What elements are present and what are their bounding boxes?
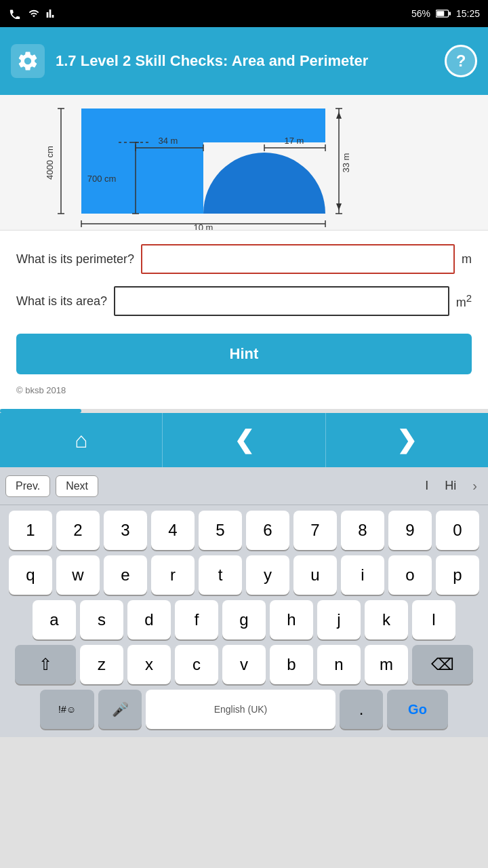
next-button[interactable]: ❯	[326, 413, 488, 467]
help-button[interactable]: ?	[445, 45, 477, 77]
home-button[interactable]: ⌂	[0, 413, 163, 467]
key-m[interactable]: m	[365, 645, 408, 684]
key-n[interactable]: n	[317, 645, 361, 684]
svg-text:10 m: 10 m	[194, 222, 214, 231]
key-x[interactable]: x	[127, 645, 171, 684]
bottom-nav: ⌂ ❮ ❯	[0, 413, 488, 467]
svg-text:34 m: 34 m	[159, 136, 178, 146]
qwerty-row: q w e r t y u i o p	[3, 555, 485, 595]
key-v[interactable]: v	[222, 645, 266, 684]
key-c[interactable]: c	[175, 645, 218, 684]
key-g[interactable]: g	[222, 600, 266, 639]
key-9[interactable]: 9	[388, 511, 432, 550]
perimeter-input[interactable]	[141, 244, 455, 274]
key-2[interactable]: 2	[56, 511, 100, 550]
key-j[interactable]: j	[317, 600, 361, 639]
gear-svg	[16, 50, 39, 73]
diagram-svg: 4000 cm 33 m 10 m 34 m 17 m	[0, 95, 488, 231]
shift-key[interactable]: ⇧	[15, 645, 76, 684]
area-input[interactable]	[114, 286, 449, 316]
perimeter-row: What is its perimeter? m	[16, 244, 472, 274]
prev-button[interactable]: ❮	[163, 413, 325, 467]
svg-text:4000 cm: 4000 cm	[45, 146, 55, 180]
svg-text:700 cm: 700 cm	[87, 174, 117, 184]
prev-icon: ❮	[234, 426, 254, 454]
suggestion-arrow[interactable]: ›	[467, 478, 483, 494]
key-h[interactable]: h	[270, 600, 313, 639]
keyboard: 1 2 3 4 5 6 7 8 9 0 q w e r t y u i o p …	[0, 505, 488, 737]
key-s[interactable]: s	[80, 600, 123, 639]
svg-rect-7	[203, 214, 325, 231]
key-8[interactable]: 8	[341, 511, 384, 550]
area-unit: m2	[456, 292, 472, 310]
svg-rect-1	[436, 11, 444, 16]
key-5[interactable]: 5	[199, 511, 242, 550]
status-bar-left	[8, 8, 406, 19]
question-area: What is its perimeter? m What is its are…	[0, 231, 488, 409]
period-key[interactable]: .	[340, 690, 383, 729]
key-6[interactable]: 6	[246, 511, 289, 550]
key-l[interactable]: l	[412, 600, 455, 639]
key-q[interactable]: q	[9, 555, 52, 595]
key-4[interactable]: 4	[151, 511, 195, 550]
status-bar: 56% 15:25	[0, 0, 488, 27]
go-key[interactable]: Go	[387, 690, 448, 729]
home-icon: ⌂	[75, 428, 87, 453]
page-title: 1.7 Level 2 Skill Checks: Area and Perim…	[56, 52, 434, 71]
key-0[interactable]: 0	[436, 511, 479, 550]
time-text: 15:25	[456, 8, 480, 19]
svg-text:17 m: 17 m	[285, 136, 304, 146]
content-area: 4000 cm 33 m 10 m 34 m 17 m	[0, 95, 488, 409]
area-label: What is its area?	[16, 294, 107, 309]
battery-text: 56%	[411, 8, 430, 19]
key-b[interactable]: b	[270, 645, 313, 684]
battery-icon	[436, 9, 451, 18]
key-r[interactable]: r	[151, 555, 195, 595]
key-y[interactable]: y	[246, 555, 289, 595]
copyright-text: © bksb 2018	[16, 385, 472, 395]
symbols-key[interactable]: !#☺	[40, 690, 94, 729]
signal-icon	[46, 8, 57, 19]
perimeter-label: What is its perimeter?	[16, 252, 134, 267]
key-o[interactable]: o	[388, 555, 432, 595]
phone-icon	[8, 8, 22, 19]
svg-rect-2	[449, 12, 451, 15]
key-i[interactable]: i	[341, 555, 384, 595]
key-1[interactable]: 1	[9, 511, 52, 550]
keyboard-toolbar: Prev. Next I Hi ›	[0, 467, 488, 505]
space-key[interactable]: English (UK)	[146, 690, 336, 729]
diagram-container: 4000 cm 33 m 10 m 34 m 17 m	[0, 95, 488, 231]
key-f[interactable]: f	[175, 600, 218, 639]
key-w[interactable]: w	[56, 555, 100, 595]
area-row: What is its area? m2	[16, 286, 472, 316]
settings-icon[interactable]	[11, 44, 45, 78]
key-3[interactable]: 3	[104, 511, 147, 550]
key-k[interactable]: k	[365, 600, 408, 639]
bottom-row: !#☺ 🎤 English (UK) . Go	[3, 690, 485, 729]
wifi-icon	[27, 8, 41, 19]
hint-button[interactable]: Hint	[16, 334, 472, 374]
help-icon: ?	[456, 52, 466, 71]
key-t[interactable]: t	[199, 555, 242, 595]
next-field-button[interactable]: Next	[56, 475, 98, 497]
prev-field-button[interactable]: Prev.	[5, 475, 50, 497]
next-icon: ❯	[396, 426, 417, 454]
suggestion-word2[interactable]: Hi	[439, 479, 462, 493]
zxcv-row: ⇧ z x c v b n m ⌫	[3, 645, 485, 684]
key-p[interactable]: p	[436, 555, 479, 595]
backspace-key[interactable]: ⌫	[412, 645, 473, 684]
key-a[interactable]: a	[33, 600, 76, 639]
key-7[interactable]: 7	[293, 511, 337, 550]
scroll-indicator	[0, 409, 488, 413]
perimeter-unit: m	[462, 252, 472, 267]
header: 1.7 Level 2 Skill Checks: Area and Perim…	[0, 27, 488, 95]
key-z[interactable]: z	[80, 645, 123, 684]
key-u[interactable]: u	[293, 555, 337, 595]
key-e[interactable]: e	[104, 555, 147, 595]
mic-key[interactable]: 🎤	[98, 690, 142, 729]
key-d[interactable]: d	[127, 600, 171, 639]
svg-text:33 m: 33 m	[341, 153, 351, 173]
number-row: 1 2 3 4 5 6 7 8 9 0	[3, 511, 485, 550]
scroll-thumb	[0, 409, 81, 413]
suggestion-word1[interactable]: I	[420, 479, 434, 493]
